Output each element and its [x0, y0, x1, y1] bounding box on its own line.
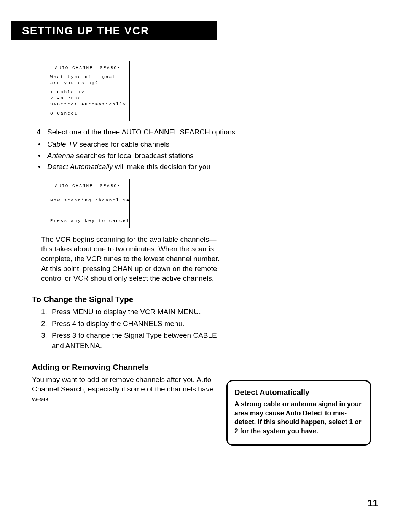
- signal-type-steps: 1. Press MENU to display the VCR MAIN ME…: [41, 307, 239, 351]
- step-4-text: Select one of the three AUTO CHANNEL SEA…: [47, 127, 237, 137]
- osd2-foot: Press any key to cancel: [50, 218, 126, 224]
- bullet-detect-text: Detect Automatically will make this deci…: [47, 161, 210, 172]
- bullet-antenna: Antenna searches for local broadcast sta…: [37, 150, 239, 161]
- osd-screen-1: AUTO CHANNEL SEARCH What type of signal …: [46, 61, 130, 121]
- bullet-dot-icon: [37, 150, 47, 161]
- bullet-detect-em: Detect Automatically: [47, 163, 113, 171]
- bullet-cable-em: Cable TV: [47, 140, 77, 148]
- main-content: AUTO CHANNEL SEARCH What type of signal …: [41, 61, 239, 404]
- signal-step-2-num: 2.: [41, 319, 52, 329]
- osd1-options: 1 Cable TV 2 Antenna 3>Detect Automatica…: [50, 89, 126, 108]
- osd1-q1: What type of signal: [50, 74, 126, 80]
- bullet-cable: Cable TV searches for cable channels: [37, 139, 239, 150]
- signal-step-1-text: Press MENU to display the VCR MAIN MENU.: [52, 307, 201, 317]
- subhead-add-remove: Adding or Removing Channels: [32, 363, 239, 372]
- section-title: Setting Up the VCR: [22, 25, 149, 37]
- signal-step-2: 2. Press 4 to display the CHANNELS menu.: [41, 319, 239, 329]
- callout-title: Detect Automatically: [234, 388, 363, 397]
- bullet-detect-rest: will make this decision for you: [113, 163, 210, 171]
- bullet-antenna-rest: searches for local broadcast stations: [74, 152, 194, 160]
- bullet-dot-icon: [37, 161, 47, 172]
- bullet-cable-rest: searches for cable channels: [77, 140, 169, 148]
- bullet-antenna-em: Antenna: [47, 152, 74, 160]
- osd1-opt3: 3>Detect Automatically: [50, 102, 126, 108]
- step-4-number: 4.: [37, 127, 47, 137]
- osd1-question: What type of signal are you using?: [50, 74, 126, 86]
- signal-step-2-text: Press 4 to display the CHANNELS menu.: [52, 319, 185, 329]
- step-4: 4. Select one of the three AUTO CHANNEL …: [37, 127, 239, 137]
- signal-step-1-num: 1.: [41, 307, 52, 317]
- signal-step-3: 3. Press 3 to change the Signal Type bet…: [41, 331, 239, 351]
- section-header-bar: Setting Up the VCR: [11, 21, 217, 40]
- bullet-cable-text: Cable TV searches for cable channels: [47, 139, 169, 150]
- signal-step-3-num: 3.: [41, 331, 52, 351]
- osd1-opt1: 1 Cable TV: [50, 89, 126, 96]
- page-number: 11: [367, 497, 378, 509]
- osd2-mid: Now scanning channel 14: [50, 198, 126, 204]
- bullet-dot-icon: [37, 139, 47, 150]
- osd1-title: AUTO CHANNEL SEARCH: [50, 65, 126, 71]
- signal-step-3-text: Press 3 to change the Signal Type betwee…: [52, 331, 219, 351]
- page: Setting Up the VCR AUTO CHANNEL SEARCH W…: [0, 0, 411, 532]
- bullet-antenna-text: Antenna searches for local broadcast sta…: [47, 150, 193, 161]
- osd1-opt2: 2 Antenna: [50, 96, 126, 102]
- signal-step-1: 1. Press MENU to display the VCR MAIN ME…: [41, 307, 239, 317]
- osd1-q2: are you using?: [50, 80, 126, 86]
- add-remove-para: You may want to add or remove channels a…: [32, 375, 215, 404]
- osd1-cancel: O Cancel: [50, 111, 126, 117]
- callout-box: Detect Automatically A strong cable or a…: [226, 380, 371, 446]
- subhead-signal-type: To Change the Signal Type: [32, 295, 239, 304]
- osd-screen-2: AUTO CHANNEL SEARCH Now scanning channel…: [46, 179, 130, 228]
- osd2-title: AUTO CHANNEL SEARCH: [50, 183, 126, 189]
- bullet-detect: Detect Automatically will make this deci…: [37, 161, 239, 172]
- callout-body: A strong cable or antenna signal in your…: [234, 400, 363, 436]
- scan-paragraph: The VCR begins scanning for the availabl…: [41, 235, 228, 283]
